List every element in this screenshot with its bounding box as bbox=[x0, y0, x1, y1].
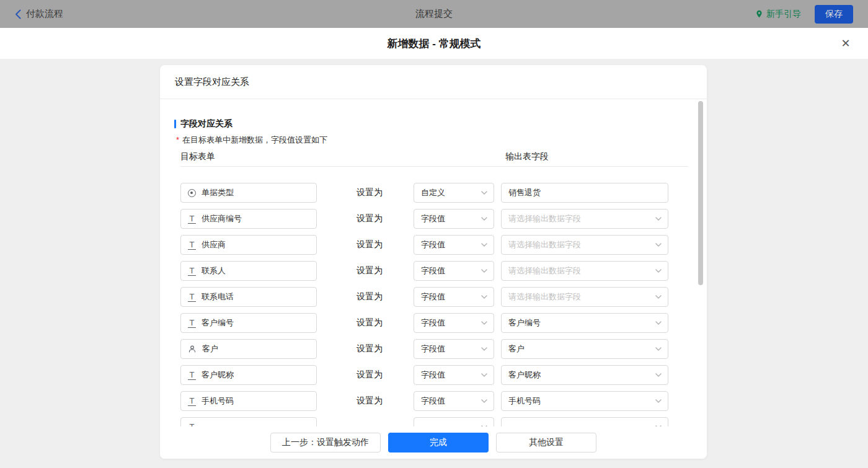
field-mapping-row: T联系电话设置为字段值请选择输出数据字段 bbox=[160, 284, 707, 310]
field-mapping-row: T联系人设置为字段值请选择输出数据字段 bbox=[160, 258, 707, 284]
text-icon: T bbox=[188, 397, 196, 406]
other-settings-button[interactable]: 其他设置 bbox=[496, 433, 596, 453]
text-icon: T bbox=[188, 267, 196, 276]
set-as-label: 设置为 bbox=[356, 395, 383, 407]
mode-select[interactable]: 字段值 bbox=[414, 235, 494, 255]
user-icon bbox=[188, 345, 197, 353]
guide-label: 新手引导 bbox=[766, 9, 801, 20]
output-field-select[interactable]: 请选择输出数据字段 bbox=[501, 209, 668, 229]
chevron-down-icon bbox=[481, 269, 487, 273]
output-field-select[interactable]: 客户 bbox=[501, 339, 668, 359]
field-mapping-row: T bbox=[160, 414, 707, 426]
output-field-select[interactable]: 请选择输出数据字段 bbox=[501, 287, 668, 307]
field-mapping-row: T客户昵称设置为字段值客户昵称 bbox=[160, 362, 707, 388]
mode-select[interactable]: 字段值 bbox=[414, 391, 494, 411]
output-field-select[interactable] bbox=[501, 417, 668, 426]
output-field-select[interactable]: 请选择输出数据字段 bbox=[501, 235, 668, 255]
target-field[interactable]: 单据类型 bbox=[180, 183, 317, 203]
text-icon: T bbox=[188, 241, 196, 250]
set-as-label: 设置为 bbox=[356, 317, 383, 329]
target-field[interactable]: T联系电话 bbox=[180, 287, 317, 307]
modal-header: 新增数据 - 常规模式 ✕ bbox=[0, 28, 868, 59]
chevron-down-icon bbox=[655, 269, 662, 273]
card-footer: 上一步：设置触发动作 完成 其他设置 bbox=[160, 426, 707, 459]
prev-step-button[interactable]: 上一步：设置触发动作 bbox=[270, 433, 381, 453]
modal-body: 设置字段对应关系 字段对应关系 * 在目标表单中新增数据，字段值设置如下 目标表… bbox=[0, 59, 868, 468]
section-note: * 在目标表单中新增数据，字段值设置如下 bbox=[176, 135, 327, 146]
mode-select[interactable]: 自定义 bbox=[414, 183, 494, 203]
section-title: 字段对应关系 bbox=[174, 118, 232, 130]
field-mapping-row: T客户编号设置为字段值客户编号 bbox=[160, 310, 707, 336]
rows: 单据类型设置为自定义销售退货T供应商编号设置为字段值请选择输出数据字段T供应商设… bbox=[160, 180, 707, 426]
save-button[interactable]: 保存 bbox=[815, 5, 853, 24]
section-title-text: 字段对应关系 bbox=[180, 118, 232, 130]
mode-select[interactable]: 字段值 bbox=[414, 287, 494, 307]
output-field-select[interactable]: 客户编号 bbox=[501, 313, 668, 333]
column-target-form: 目标表单 bbox=[180, 151, 215, 162]
field-mapping-row: 单据类型设置为自定义销售退货 bbox=[160, 180, 707, 206]
mode-select[interactable]: 字段值 bbox=[414, 365, 494, 385]
target-field-label: 客户 bbox=[202, 343, 218, 355]
text-icon: T bbox=[188, 214, 196, 224]
card-header: 设置字段对应关系 bbox=[160, 65, 707, 99]
field-mapping-row: 客户设置为字段值客户 bbox=[160, 336, 707, 362]
target-field-label: 供应商编号 bbox=[202, 213, 242, 224]
target-field[interactable]: T联系人 bbox=[180, 261, 317, 281]
mode-select[interactable]: 字段值 bbox=[414, 209, 494, 229]
required-mark: * bbox=[176, 135, 179, 144]
target-field-label: 单据类型 bbox=[202, 187, 234, 198]
column-output-field: 输出表字段 bbox=[505, 151, 549, 162]
card-header-title: 设置字段对应关系 bbox=[175, 76, 249, 88]
chevron-down-icon bbox=[481, 191, 487, 195]
top-bar: 付款流程 流程提交 新手引导 保存 bbox=[0, 0, 868, 28]
mode-select[interactable]: 字段值 bbox=[414, 261, 494, 281]
set-as-label: 设置为 bbox=[356, 369, 383, 381]
target-field[interactable]: T供应商编号 bbox=[180, 209, 317, 229]
output-field-select[interactable]: 手机号码 bbox=[501, 391, 668, 411]
target-field[interactable]: T bbox=[180, 417, 317, 426]
text-icon: T bbox=[188, 293, 196, 302]
mode-select[interactable]: 字段值 bbox=[414, 339, 494, 359]
column-headers: 目标表单 输出表字段 bbox=[160, 151, 707, 164]
target-field[interactable]: T客户编号 bbox=[180, 313, 317, 333]
chevron-down-icon bbox=[655, 217, 662, 221]
chevron-down-icon bbox=[481, 373, 487, 377]
section-note-text: 在目标表单中新增数据，字段值设置如下 bbox=[182, 135, 327, 146]
newbie-guide-link[interactable]: 新手引导 bbox=[755, 9, 801, 20]
set-as-label: 设置为 bbox=[356, 187, 383, 198]
chevron-down-icon bbox=[655, 373, 662, 377]
modal-title: 新增数据 - 常规模式 bbox=[387, 37, 480, 51]
target-field[interactable]: T手机号码 bbox=[180, 391, 317, 411]
field-mapping-card: 设置字段对应关系 字段对应关系 * 在目标表单中新增数据，字段值设置如下 目标表… bbox=[160, 65, 707, 459]
set-as-label: 设置为 bbox=[356, 239, 383, 250]
chevron-down-icon bbox=[481, 347, 487, 351]
output-value-input[interactable]: 销售退货 bbox=[501, 183, 668, 203]
column-divider bbox=[180, 166, 688, 167]
set-as-label: 设置为 bbox=[356, 265, 383, 276]
chevron-down-icon bbox=[655, 347, 662, 351]
target-field[interactable]: T客户昵称 bbox=[180, 365, 317, 385]
close-icon[interactable]: ✕ bbox=[838, 36, 853, 51]
chevron-down-icon bbox=[481, 321, 487, 325]
chevron-down-icon bbox=[655, 243, 662, 247]
target-field-label: 客户编号 bbox=[202, 317, 234, 329]
chevron-down-icon bbox=[655, 295, 662, 299]
field-mapping-row: T供应商编号设置为字段值请选择输出数据字段 bbox=[160, 206, 707, 232]
guide-pin-icon bbox=[755, 9, 763, 19]
target-field[interactable]: 客户 bbox=[180, 339, 317, 359]
done-button[interactable]: 完成 bbox=[388, 433, 489, 453]
text-icon: T bbox=[188, 319, 196, 328]
output-field-select[interactable]: 请选择输出数据字段 bbox=[501, 261, 668, 281]
output-field-select[interactable]: 客户昵称 bbox=[501, 365, 668, 385]
set-as-label: 设置为 bbox=[356, 291, 383, 302]
field-mapping-row: T供应商设置为字段值请选择输出数据字段 bbox=[160, 232, 707, 258]
set-as-label: 设置为 bbox=[356, 343, 383, 355]
mode-select[interactable]: 字段值 bbox=[414, 313, 494, 333]
text-icon: T bbox=[188, 371, 196, 380]
page-title: 流程提交 bbox=[0, 8, 868, 20]
scrollbar-thumb[interactable] bbox=[698, 101, 703, 285]
chevron-down-icon bbox=[481, 217, 487, 221]
target-field[interactable]: T供应商 bbox=[180, 235, 317, 255]
mode-select[interactable] bbox=[414, 417, 494, 426]
target-field-label: 手机号码 bbox=[202, 395, 234, 407]
